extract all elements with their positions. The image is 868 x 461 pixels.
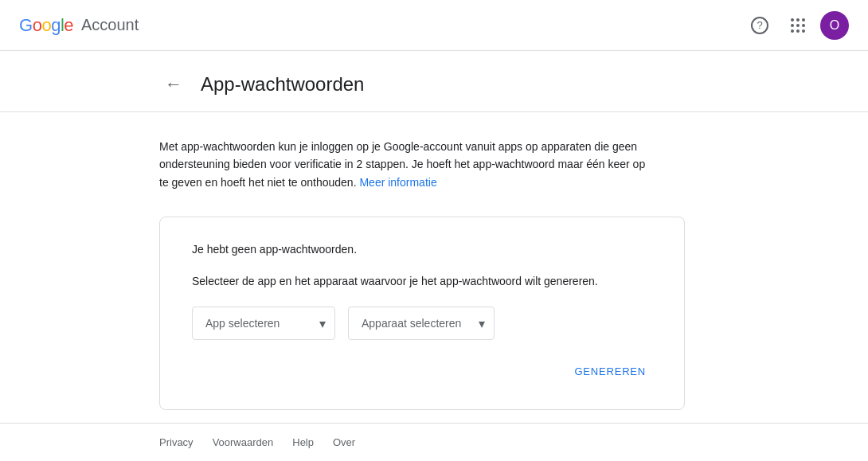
avatar[interactable]: O xyxy=(820,11,849,40)
apps-button[interactable] xyxy=(782,10,814,41)
grid-dot xyxy=(796,24,800,27)
generate-button[interactable]: GENEREREN xyxy=(568,359,652,384)
actions-row: GENEREREN xyxy=(192,359,652,384)
grid-dot xyxy=(802,24,805,27)
grid-dot xyxy=(802,29,805,33)
logo-g2: g xyxy=(51,15,61,36)
app-select-wrapper: App selecteren ▾ xyxy=(192,307,335,340)
footer-privacy-link[interactable]: Privacy xyxy=(159,436,194,448)
back-arrow-icon: ← xyxy=(165,74,182,95)
footer-help-link[interactable]: Help xyxy=(292,436,314,448)
google-logo: Google xyxy=(19,15,73,36)
header: Google Account ? O xyxy=(0,0,868,51)
grid-dot xyxy=(802,18,805,21)
app-passwords-card: Je hebt geen app-wachtwoorden. Selecteer… xyxy=(159,217,685,410)
main-content: ← App-wachtwoorden Met app-wachtwoorden … xyxy=(0,51,868,423)
footer: Privacy Voorwaarden Help Over xyxy=(0,423,868,461)
selects-row: App selecteren ▾ Apparaat selecteren ▾ xyxy=(192,307,652,340)
app-select[interactable]: App selecteren xyxy=(192,307,335,340)
device-select-wrapper: Apparaat selecteren ▾ xyxy=(348,307,495,340)
logo-g: G xyxy=(19,15,33,36)
help-button[interactable]: ? xyxy=(744,10,776,41)
description-text: Met app-wachtwoorden kun je inloggen op … xyxy=(159,138,653,191)
header-actions: ? O xyxy=(744,10,849,41)
account-label: Account xyxy=(81,16,139,34)
page-title: App-wachtwoorden xyxy=(201,73,364,96)
back-button[interactable]: ← xyxy=(159,70,188,99)
footer-voorwaarden-link[interactable]: Voorwaarden xyxy=(213,436,274,448)
apps-grid-icon xyxy=(791,18,805,33)
logo-o1: o xyxy=(33,15,42,36)
grid-dot xyxy=(791,24,794,27)
grid-dot xyxy=(791,18,794,21)
help-icon: ? xyxy=(751,17,768,34)
footer-over-link[interactable]: Over xyxy=(333,436,355,448)
select-instruction-text: Selecteer de app en het apparaat waarvoo… xyxy=(192,275,652,287)
grid-dot xyxy=(796,18,800,21)
logo-area: Google Account xyxy=(19,15,139,36)
grid-dot xyxy=(796,29,800,33)
logo-e: e xyxy=(64,15,73,36)
grid-dot xyxy=(791,29,794,33)
content-area: Met app-wachtwoorden kun je inloggen op … xyxy=(0,112,868,423)
page-header: ← App-wachtwoorden xyxy=(0,51,868,112)
meer-informatie-link[interactable]: Meer informatie xyxy=(359,176,436,189)
no-passwords-text: Je hebt geen app-wachtwoorden. xyxy=(192,243,652,256)
logo-o2: o xyxy=(41,15,51,36)
device-select[interactable]: Apparaat selecteren xyxy=(348,307,495,340)
